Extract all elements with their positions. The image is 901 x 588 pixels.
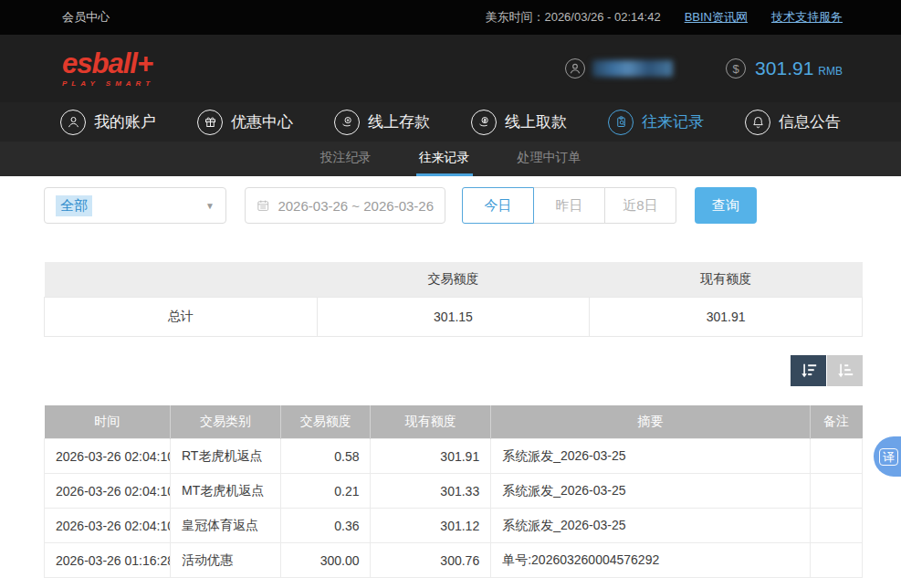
date-range-input[interactable]: 2026-03-26 ~ 2026-03-26 — [245, 187, 445, 224]
sort-descending-button[interactable] — [791, 355, 826, 386]
nav-transaction-records[interactable]: 往来记录 — [608, 110, 704, 135]
balance-amount: 301.91 — [755, 58, 813, 79]
top-bar: 会员中心 美东时间：2026/03/26 - 02:14:42 BBIN资讯网 … — [0, 0, 901, 35]
records-icon — [608, 110, 634, 135]
gift-icon — [197, 110, 223, 135]
sort-descending-icon — [800, 362, 818, 379]
cell-amount: 300.00 — [280, 543, 371, 578]
cell-remarks — [810, 474, 862, 509]
header-summary: 摘要 — [491, 405, 810, 439]
link-tech-support[interactable]: 技术支持服务 — [771, 9, 843, 26]
logo-text: esball+ — [62, 50, 154, 78]
summary-header-transaction-amount: 交易额度 — [317, 262, 590, 297]
summary-total-row: 总计 301.15 301.91 — [45, 297, 863, 336]
cell-balance: 301.91 — [371, 439, 491, 474]
sort-controls — [44, 355, 863, 386]
cell-remarks — [810, 509, 862, 543]
sort-ascending-button[interactable] — [827, 355, 863, 386]
search-button[interactable]: 查询 — [695, 187, 757, 224]
cell-remarks — [810, 543, 862, 578]
calendar-icon — [257, 198, 269, 213]
cell-balance: 300.76 — [371, 543, 491, 578]
balance-group[interactable]: $ 301.91 RMB — [726, 58, 843, 79]
nav-label: 优惠中心 — [231, 111, 293, 132]
nav-label: 线上取款 — [505, 111, 567, 132]
cell-summary: 系统派发_2026-03-25 — [491, 439, 810, 474]
nav-label: 线上存款 — [368, 111, 430, 132]
tab-betting-records[interactable]: 投注纪录 — [318, 142, 374, 176]
nav-label: 我的账户 — [94, 111, 156, 132]
link-bbin-news[interactable]: BBIN资讯网 — [685, 9, 748, 26]
coin-dollar-icon: $ — [726, 58, 746, 79]
nav-online-withdrawal[interactable]: 线上取款 — [471, 110, 567, 135]
filter-row: 全部 ▼ 2026-03-26 ~ 2026-03-26 今日 昨日 近8日 查… — [44, 187, 863, 224]
logo-tagline: PLAY SMART — [62, 79, 154, 88]
summary-total-label: 总计 — [45, 297, 318, 336]
nav-label: 信息公告 — [779, 111, 841, 132]
esball-logo[interactable]: esball+ PLAY SMART — [62, 50, 154, 88]
cell-time: 2026-03-26 02:04:10 — [45, 509, 171, 543]
nav-online-deposit[interactable]: 线上存款 — [334, 110, 430, 135]
cell-type: MT老虎机返点 — [170, 474, 280, 509]
header-current-balance: 现有额度 — [371, 405, 491, 439]
summary-current-balance: 301.91 — [590, 297, 863, 336]
header-remarks: 备注 — [810, 405, 862, 439]
cell-summary: 系统派发_2026-03-25 — [491, 474, 810, 509]
translate-glyph: 译 — [879, 448, 898, 466]
cell-balance: 301.12 — [371, 509, 491, 543]
user-icon — [60, 110, 86, 135]
header-transaction-type: 交易类别 — [170, 405, 280, 439]
cell-amount: 0.21 — [280, 474, 371, 509]
quick-last8days-button[interactable]: 近8日 — [604, 187, 676, 224]
balance-currency: RMB — [818, 60, 843, 78]
username-redacted[interactable] — [592, 60, 673, 77]
avatar-icon[interactable] — [565, 58, 585, 79]
header-time: 时间 — [45, 405, 171, 439]
records-header-row: 时间 交易类别 交易额度 现有额度 摘要 备注 — [45, 405, 863, 439]
summary-header-empty — [45, 262, 318, 297]
table-row: 2026-03-26 01:16:28 活动优惠 300.00 300.76 单… — [45, 543, 863, 578]
nav-label: 往来记录 — [642, 111, 704, 132]
member-center-label[interactable]: 会员中心 — [62, 9, 110, 26]
table-row: 2026-03-26 02:04:10 RT老虎机返点 0.58 301.91 … — [45, 439, 863, 474]
category-select[interactable]: 全部 ▼ — [44, 187, 226, 224]
summary-transaction-amount: 301.15 — [317, 297, 590, 336]
category-selected-value: 全部 — [56, 195, 92, 216]
cell-amount: 0.58 — [280, 439, 371, 474]
cell-balance: 301.33 — [371, 474, 491, 509]
brand-header: esball+ PLAY SMART $ 301.91 RMB — [0, 35, 901, 102]
deposit-icon — [334, 110, 360, 135]
summary-header-row: 交易额度 现有额度 — [45, 262, 863, 297]
summary-table: 交易额度 现有额度 总计 301.15 301.91 — [44, 262, 863, 337]
cell-amount: 0.36 — [280, 509, 371, 543]
quick-yesterday-button[interactable]: 昨日 — [533, 187, 605, 224]
quick-today-button[interactable]: 今日 — [462, 187, 534, 224]
cell-type: RT老虎机返点 — [170, 439, 280, 474]
nav-announcements[interactable]: 信息公告 — [745, 110, 841, 135]
cell-type: 活动优惠 — [170, 543, 280, 578]
withdraw-icon — [471, 110, 497, 135]
table-row: 2026-03-26 02:04:10 皇冠体育返点 0.36 301.12 系… — [45, 509, 863, 543]
tab-transaction-records[interactable]: 往来记录 — [416, 142, 473, 176]
nav-my-account[interactable]: 我的账户 — [60, 110, 156, 135]
date-range-value: 2026-03-26 ~ 2026-03-26 — [278, 198, 434, 214]
main-nav: 我的账户 优惠中心 线上存款 线上取款 往来记录 信息公告 — [0, 102, 901, 142]
nav-promotions[interactable]: 优惠中心 — [197, 110, 293, 135]
sub-nav: 投注纪录 往来记录 处理中订单 — [0, 142, 901, 176]
chevron-down-icon: ▼ — [205, 201, 215, 211]
us-eastern-time: 美东时间：2026/03/26 - 02:14:42 — [485, 9, 660, 26]
table-row: 2026-03-26 02:04:10 MT老虎机返点 0.21 301.33 … — [45, 474, 863, 509]
cell-summary: 系统派发_2026-03-25 — [491, 509, 810, 543]
cell-time: 2026-03-26 02:04:10 — [45, 439, 171, 474]
cell-remarks — [810, 439, 862, 474]
cell-type: 皇冠体育返点 — [170, 509, 280, 543]
sort-ascending-icon — [836, 362, 854, 379]
cell-time: 2026-03-26 01:16:28 — [45, 543, 171, 578]
cell-time: 2026-03-26 02:04:10 — [45, 474, 171, 509]
records-table: 时间 交易类别 交易额度 现有额度 摘要 备注 2026-03-26 02:04… — [44, 405, 863, 579]
cell-summary: 单号:202603260004576292 — [491, 543, 810, 578]
quick-date-group: 今日 昨日 近8日 — [462, 187, 676, 224]
content-area: 全部 ▼ 2026-03-26 ~ 2026-03-26 今日 昨日 近8日 查… — [0, 176, 901, 578]
bell-icon — [745, 110, 770, 135]
tab-processing-orders[interactable]: 处理中订单 — [515, 142, 584, 176]
